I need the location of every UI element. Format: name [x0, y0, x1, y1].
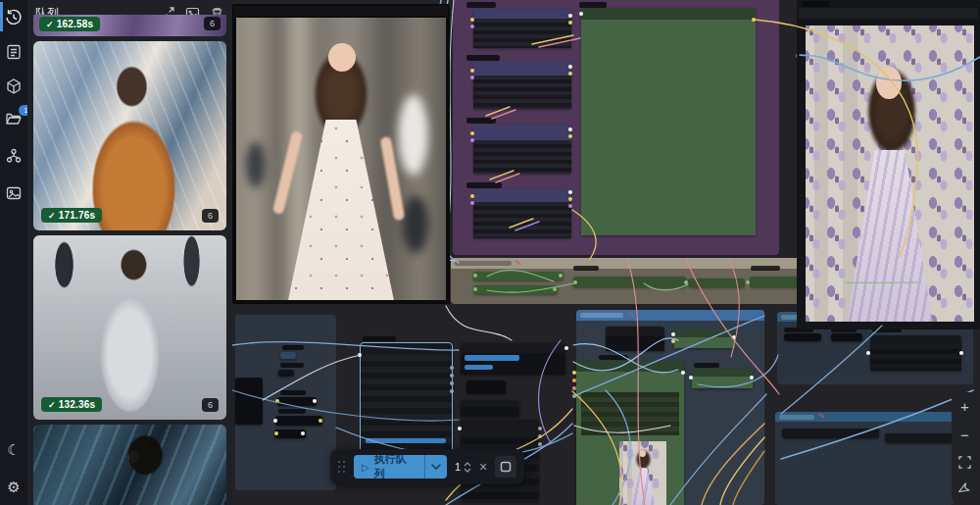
port[interactable] [681, 371, 685, 375]
black-node[interactable] [606, 327, 664, 351]
node-header[interactable] [799, 8, 978, 19]
port[interactable] [671, 339, 675, 343]
collapsed-node[interactable] [466, 380, 506, 394]
green-image-node[interactable] [576, 361, 684, 505]
select-mode-button[interactable] [958, 482, 971, 495]
port[interactable] [959, 351, 963, 355]
port[interactable] [538, 434, 542, 438]
port[interactable] [553, 287, 557, 291]
port[interactable] [568, 197, 572, 201]
fit-view-button[interactable] [958, 456, 971, 469]
port[interactable] [470, 25, 474, 28]
port[interactable] [568, 65, 572, 69]
port[interactable] [746, 280, 750, 284]
port[interactable] [564, 346, 568, 350]
port[interactable] [538, 442, 542, 446]
settings-button[interactable]: ⚙ [5, 479, 23, 496]
preview-node-street[interactable] [232, 4, 450, 304]
collapsed-node[interactable] [277, 397, 317, 406]
black-node[interactable] [782, 429, 879, 438]
stop-button[interactable] [495, 456, 516, 478]
sidebar-item-queue[interactable] [5, 9, 23, 26]
black-node[interactable] [235, 378, 263, 425]
port[interactable] [568, 127, 572, 131]
zoom-in-button[interactable]: + [960, 399, 969, 414]
black-node[interactable] [885, 433, 957, 443]
port[interactable] [470, 138, 474, 142]
port[interactable] [572, 394, 576, 398]
port[interactable] [301, 431, 305, 435]
port[interactable] [358, 353, 362, 357]
port[interactable] [470, 76, 474, 79]
port[interactable] [579, 12, 583, 16]
chain-node[interactable] [473, 272, 564, 280]
edit-icon[interactable]: ✎ [817, 413, 825, 422]
run-queue-button[interactable]: ▷ 执行队列 [354, 455, 447, 479]
port[interactable] [538, 427, 542, 430]
queue-item[interactable] [33, 425, 226, 505]
notes-node[interactable] [581, 8, 756, 235]
port[interactable] [750, 376, 754, 379]
port[interactable] [450, 366, 454, 370]
sampler-node-selected[interactable] [361, 343, 452, 453]
node-header[interactable] [234, 6, 448, 16]
port[interactable] [473, 287, 477, 291]
port[interactable] [274, 431, 278, 435]
port[interactable] [568, 204, 572, 208]
port[interactable] [689, 376, 693, 379]
mini-node[interactable] [278, 370, 294, 377]
port[interactable] [752, 18, 756, 22]
green-node[interactable] [674, 329, 735, 348]
text-node[interactable] [473, 189, 571, 238]
mini-node[interactable] [280, 352, 296, 359]
sidebar-item-node-map[interactable] [5, 147, 23, 165]
sidebar-item-workflows[interactable]: 1 [5, 110, 23, 127]
group-right-2[interactable]: ✎ [775, 412, 954, 505]
text-node[interactable] [473, 62, 571, 109]
queue-item[interactable]: ✓162.58s 6 [33, 15, 226, 36]
port[interactable] [470, 201, 474, 205]
port[interactable] [568, 21, 572, 25]
queue-item[interactable]: ✓132.36s 6 [33, 235, 226, 420]
port[interactable] [572, 371, 576, 375]
port[interactable] [450, 381, 454, 385]
preview-node-wisteria[interactable] [797, 0, 980, 329]
sidebar-item-gallery[interactable] [5, 184, 23, 202]
clear-button[interactable]: × [479, 460, 487, 474]
text-node[interactable] [473, 9, 571, 48]
green-node[interactable] [692, 369, 753, 388]
chain-node[interactable] [573, 277, 686, 287]
port[interactable] [273, 419, 277, 423]
port[interactable] [470, 18, 474, 22]
edit-icon[interactable]: ✎ [626, 311, 634, 320]
port[interactable] [573, 280, 577, 284]
port[interactable] [568, 190, 572, 194]
text-node[interactable] [473, 125, 571, 174]
collapsed-node[interactable] [275, 416, 322, 426]
port[interactable] [470, 131, 474, 135]
sidebar-item-node-library[interactable] [5, 43, 23, 61]
chain-node[interactable] [688, 278, 745, 287]
port[interactable] [470, 69, 474, 73]
collapsed-node[interactable] [831, 333, 862, 341]
port[interactable] [450, 374, 454, 378]
sidebar-item-model-library[interactable] [5, 77, 23, 95]
theme-toggle[interactable]: ☾ [5, 441, 23, 459]
edit-icon[interactable]: ✎ [514, 259, 522, 268]
port[interactable] [732, 335, 736, 339]
port[interactable] [684, 280, 688, 284]
port[interactable] [572, 386, 576, 390]
port[interactable] [866, 351, 870, 355]
port[interactable] [568, 72, 572, 76]
port[interactable] [470, 194, 474, 198]
black-node[interactable] [870, 335, 961, 371]
port[interactable] [318, 419, 322, 423]
port[interactable] [473, 274, 477, 278]
drag-handle[interactable] [338, 461, 346, 474]
port[interactable] [450, 389, 454, 393]
batch-count-stepper[interactable]: 1 [455, 461, 471, 473]
port[interactable] [275, 399, 279, 403]
port[interactable] [671, 332, 675, 336]
black-node[interactable] [461, 400, 519, 417]
port[interactable] [559, 274, 563, 278]
